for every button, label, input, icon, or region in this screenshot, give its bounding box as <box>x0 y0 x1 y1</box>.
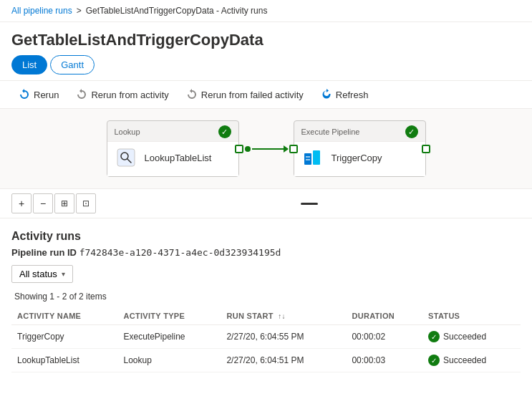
node-execute-connector-right <box>422 145 430 153</box>
tab-gantt[interactable]: Gantt <box>50 55 95 74</box>
zoom-out-icon: − <box>40 198 46 209</box>
status-succeeded-badge: ✓ Succeeded <box>428 331 486 342</box>
fit-icon: ⊞ <box>61 198 68 208</box>
fit-button[interactable]: ⊞ <box>54 193 74 213</box>
rerun-from-activity-button[interactable]: Rerun from activity <box>69 85 175 104</box>
pipeline-run-id-row: Pipeline run ID f742843e-a120-4371-a4ec-… <box>11 247 521 258</box>
node-execute-icon <box>301 146 324 169</box>
toolbar: Rerun Rerun from activity Rerun from fai… <box>0 80 532 109</box>
rerun-from-failed-button[interactable]: Rerun from failed activity <box>179 85 311 104</box>
breadcrumb: All pipeline runs > GetTableListAndTrigg… <box>0 0 532 22</box>
refresh-button[interactable]: Refresh <box>314 85 376 104</box>
showing-count: Showing 1 - 2 of 2 items <box>11 289 521 307</box>
status-success-icon-2: ✓ <box>428 355 440 366</box>
svg-rect-4 <box>313 150 320 165</box>
refresh-icon <box>321 89 332 100</box>
sort-icon: ↑↓ <box>278 312 286 320</box>
node-execute-success-icon: ✓ <box>405 125 418 138</box>
status-filter-dropdown[interactable]: All status ▾ <box>11 265 73 283</box>
col-run-start[interactable]: RUN START ↑↓ <box>221 307 346 325</box>
node-lookup-success-icon: ✓ <box>218 125 231 138</box>
cell-run-start-1: 2/27/20, 6:04:55 PM <box>221 325 346 349</box>
col-duration: DURATION <box>346 307 422 325</box>
node-lookup-label: LookupTableList <box>145 153 212 163</box>
node-execute-body: TriggerCopy <box>294 141 425 176</box>
expand-icon: ⊡ <box>82 198 90 208</box>
col-activity-name: ACTIVITY NAME <box>11 307 117 325</box>
pipeline-node-execute[interactable]: Execute Pipeline ✓ TriggerCopy <box>294 120 426 177</box>
breadcrumb-separator: > <box>77 6 82 16</box>
activity-runs-table: ACTIVITY NAME ACTIVITY TYPE RUN START ↑↓… <box>11 307 521 372</box>
svg-rect-5 <box>306 156 310 158</box>
breadcrumb-current: GetTableListAndTriggerCopyData - Activit… <box>86 6 268 16</box>
node-lookup-header: Lookup ✓ <box>107 121 238 141</box>
zoom-out-button[interactable]: − <box>33 193 53 213</box>
collapse-bar <box>97 203 521 205</box>
rerun-button[interactable]: Rerun <box>11 85 66 104</box>
chevron-down-icon: ▾ <box>62 270 65 278</box>
cell-run-start-2: 2/27/20, 6:04:51 PM <box>221 349 346 372</box>
status-filter-label: All status <box>19 269 57 279</box>
node-execute-connector-left <box>289 145 298 153</box>
table-body: TriggerCopy ExecutePipeline 2/27/20, 6:0… <box>11 325 521 372</box>
pipeline-node-lookup[interactable]: Lookup ✓ LookupTableList <box>107 120 239 177</box>
col-activity-type: ACTIVITY TYPE <box>117 307 221 325</box>
expand-button[interactable]: ⊡ <box>76 193 96 213</box>
cell-duration-1: 00:00:02 <box>346 325 422 349</box>
table-header: ACTIVITY NAME ACTIVITY TYPE RUN START ↑↓… <box>11 307 521 325</box>
zoom-in-icon: + <box>19 198 24 209</box>
col-status: STATUS <box>422 307 521 325</box>
node-execute-label: TriggerCopy <box>332 153 382 163</box>
pipeline-arrow <box>245 146 288 152</box>
activity-runs-section: Activity runs Pipeline run ID f742843e-a… <box>0 218 532 372</box>
cell-status-2: ✓ Succeeded <box>422 349 521 372</box>
node-lookup-body: LookupTableList <box>107 141 238 176</box>
page-title: GetTableListAndTriggerCopyData <box>0 22 532 55</box>
rerun-from-activity-icon <box>76 89 87 100</box>
breadcrumb-link[interactable]: All pipeline runs <box>11 6 72 16</box>
svg-rect-0 <box>117 149 135 166</box>
collapse-indicator <box>301 203 318 205</box>
activity-runs-title: Activity runs <box>11 230 521 243</box>
cell-activity-type-1: ExecutePipeline <box>117 325 221 349</box>
node-lookup-icon <box>115 146 137 169</box>
cell-activity-name-2: LookupTableList <box>11 349 117 372</box>
svg-rect-6 <box>306 159 310 160</box>
status-succeeded-badge-2: ✓ Succeeded <box>428 355 486 366</box>
cell-duration-2: 00:00:03 <box>346 349 422 372</box>
node-execute-header: Execute Pipeline ✓ <box>294 121 425 141</box>
status-success-icon: ✓ <box>428 331 440 342</box>
cell-activity-name-1: TriggerCopy <box>11 325 117 349</box>
tab-bar: List Gantt <box>0 55 532 74</box>
canvas-controls: + − ⊞ ⊡ <box>0 189 532 218</box>
pipeline-canvas: Lookup ✓ LookupTableList Execute Pipelin… <box>0 109 532 189</box>
rerun-icon <box>19 89 30 100</box>
table-row[interactable]: LookupTableList Lookup 2/27/20, 6:04:51 … <box>11 349 521 372</box>
table-row[interactable]: TriggerCopy ExecutePipeline 2/27/20, 6:0… <box>11 325 521 349</box>
cell-activity-type-2: Lookup <box>117 349 221 372</box>
tab-list[interactable]: List <box>11 55 47 74</box>
node-lookup-connector-right <box>235 145 243 153</box>
zoom-in-button[interactable]: + <box>11 193 32 213</box>
pipeline-run-id-value: f742843e-a120-4371-a4ec-0d323934195d <box>79 247 281 258</box>
pipeline-run-id-label: Pipeline run ID <box>11 247 77 258</box>
cell-status-1: ✓ Succeeded <box>422 325 521 349</box>
rerun-from-failed-icon <box>186 89 198 100</box>
